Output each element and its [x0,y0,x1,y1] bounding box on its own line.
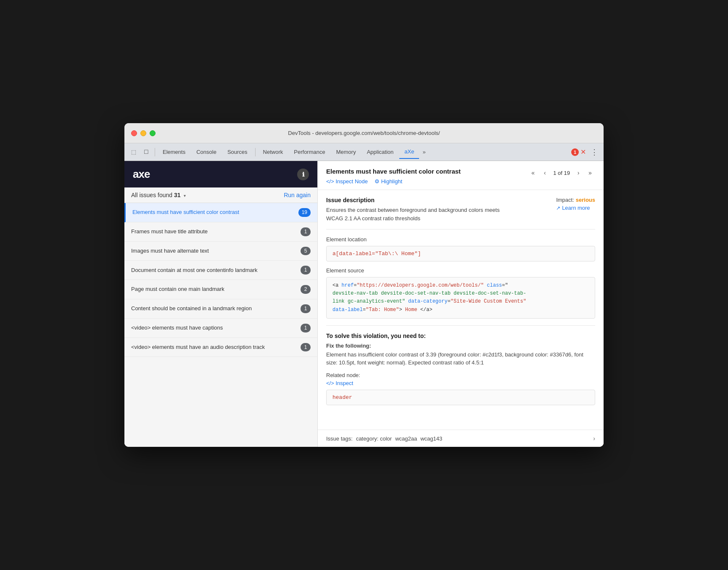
impact-row: Impact: serious [556,197,595,203]
issues-toolbar: All issues found 31 ▾ Run again [124,187,317,203]
issue-item-main-landmark[interactable]: Page must contain one main landmark 2 [124,280,317,299]
issue-item-video-captions[interactable]: <video> elements must have captions 1 [124,319,317,338]
issue-text-frames-title: Frames must have title attribute [131,228,297,235]
code-eq1: = [353,282,356,288]
titlebar: DevTools - developers.google.com/web/too… [124,123,604,143]
tab-separator-2 [255,148,256,156]
code-attr-dl: data-label [332,307,363,313]
tab-sources[interactable]: Sources [222,145,253,159]
element-source-label: Element source [326,267,595,274]
issues-label: All issues found [131,192,172,198]
tab-memory[interactable]: Memory [331,145,361,159]
axe-header: axe ℹ [124,161,317,187]
minimize-button[interactable] [140,130,146,136]
tab-application[interactable]: Application [362,145,399,159]
tab-separator [155,148,155,156]
detail-header-left: Elements must have sufficient color cont… [326,168,461,185]
issue-item-frames-title[interactable]: Frames must have title attribute 1 [124,222,317,242]
code-val-dc: "Site-Wide Custom Events" [451,298,526,304]
fix-label: Fix the following: [326,343,595,349]
issue-text-contentinfo: Document contain at most one contentinfo… [131,267,297,274]
code-gt: > [399,307,402,313]
close-button[interactable] [131,130,137,136]
code-attr-dc: data-category [405,298,448,304]
device-icon[interactable]: ☐ [140,146,152,158]
tags-left: Issue tags: category: color wcag2aa wcag… [326,435,446,442]
learn-more-link[interactable]: Learn more [562,205,590,211]
issues-count: All issues found 31 ▾ [131,192,186,198]
code-val-dl: "Tab: Home" [366,307,399,313]
tag-wcag2aa: wcag2aa [395,435,417,442]
inspect-node-link[interactable]: </> Inspect Node [326,178,368,185]
related-node-section: Related node: </> Inspect [326,372,595,386]
related-node-label: Related node: [326,372,595,378]
tab-console[interactable]: Console [191,145,222,159]
issue-count-video-captions: 1 [301,324,311,332]
divider-1 [326,229,595,230]
nav-last-button[interactable]: » [585,168,595,178]
nav-first-button[interactable]: « [528,168,538,178]
issue-count-color-contrast: 19 [298,208,311,217]
issue-tags-bar: Issue tags: category: color wcag2aa wcag… [318,430,604,447]
tab-network[interactable]: Network [258,145,288,159]
traffic-lights [131,130,156,136]
issue-item-contentinfo[interactable]: Document contain at most one contentinfo… [124,261,317,280]
nav-next-button[interactable]: › [573,168,583,178]
info-button[interactable]: ℹ [297,169,309,180]
tabbar: ⬚ ☐ Elements Console Sources Network Per… [124,143,604,161]
detail-actions: </> Inspect Node ⚙ Highlight [326,178,461,185]
nav-prev-button[interactable]: ‹ [540,168,550,178]
dropdown-arrow-icon[interactable]: ▾ [184,193,186,198]
window-title: DevTools - developers.google.com/web/too… [288,130,440,136]
more-tabs-button[interactable]: » [420,147,428,157]
tag-wcag143: wcag143 [420,435,442,442]
tab-elements[interactable]: Elements [158,145,190,159]
main-layout: axe ℹ All issues found 31 ▾ Run again El… [124,161,604,447]
code-eq2: =" [502,282,508,288]
left-panel: axe ℹ All issues found 31 ▾ Run again El… [124,161,318,447]
issue-count-main-landmark: 2 [301,285,311,294]
tags-chevron-icon[interactable]: › [593,435,595,442]
issue-text-color-contrast: Elements must have sufficient color cont… [132,208,295,216]
issue-description-left: Issue description Ensures the contrast b… [326,197,500,222]
element-location-code: a[data-label="Tab\:\ Home"] [326,246,595,261]
impact-value: serious [576,197,595,203]
issues-list: Elements must have sufficient color cont… [124,203,317,447]
element-location-label: Element location [326,236,595,243]
detail-header: Elements must have sufficient color cont… [318,161,604,190]
issue-count-image-alt: 5 [301,247,311,256]
impact-section: Impact: serious ↗ Learn more [556,197,595,211]
issue-description-text2: WCAG 2.1 AA contrast ratio thresholds [326,214,500,223]
code-tag-a: <a [332,282,342,288]
issue-item-image-alt[interactable]: Images must have alternate text 5 [124,242,317,261]
issue-item-landmark-region[interactable]: Content should be contained in a landmar… [124,299,317,319]
divider-2 [326,325,595,326]
issue-description-section: Issue description Ensures the contrast b… [326,197,595,222]
issue-item-color-contrast[interactable]: Elements must have sufficient color cont… [124,203,317,222]
code-text-home: Home [402,307,420,313]
cursor-icon[interactable]: ⬚ [128,146,140,158]
devtools-window: DevTools - developers.google.com/web/too… [124,123,604,447]
issue-count-frames-title: 1 [301,227,311,236]
menu-button[interactable]: ⋮ [588,146,600,158]
solve-title: To solve this violation, you need to: [326,332,595,339]
error-icon[interactable]: ✕ [580,148,586,156]
related-inspect-link[interactable]: </> Inspect [326,380,595,386]
detail-body: Issue description Ensures the contrast b… [318,190,604,430]
external-link-icon: ↗ [556,205,560,211]
issue-count-contentinfo: 1 [301,266,311,274]
issue-item-video-audio[interactable]: <video> elements must have an audio desc… [124,338,317,357]
tab-performance[interactable]: Performance [289,145,330,159]
issue-description-title: Issue description [326,197,500,203]
code-class-val2: link gc-analytics-event" [332,298,405,304]
tab-axe[interactable]: aXe [399,145,419,159]
run-again-button[interactable]: Run again [284,192,311,198]
right-panel: Elements must have sufficient color cont… [318,161,604,447]
nav-count: 1 of 19 [553,170,570,176]
error-badge: 1 [571,148,579,156]
code-val-href: "https://developers.google.com/web/tools… [357,282,484,288]
maximize-button[interactable] [150,130,156,136]
highlight-link[interactable]: ⚙ Highlight [375,178,402,185]
related-code-box: header [326,390,595,405]
issue-count-video-audio: 1 [301,343,311,352]
